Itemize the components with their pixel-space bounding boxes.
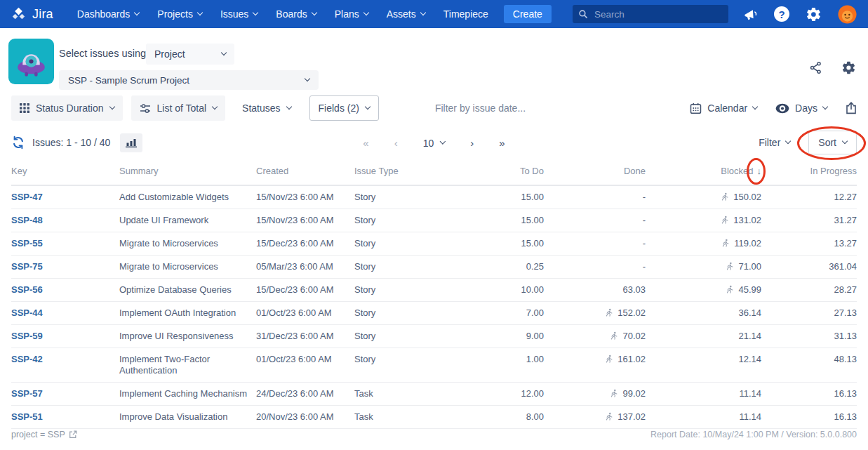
search-input[interactable] — [593, 8, 723, 20]
refresh-button[interactable] — [11, 135, 25, 150]
issue-created-cell: 15/Nov/23 6:00 AM — [256, 185, 354, 209]
issue-done-cell: 70.02 — [544, 325, 646, 348]
issue-key-link[interactable]: SSP-55 — [11, 238, 43, 249]
export-icon[interactable] — [846, 102, 857, 114]
jira-home-link[interactable]: Jira — [10, 6, 53, 23]
issue-done-cell: - — [544, 209, 646, 232]
nav-menu-item[interactable]: Dashboards — [77, 8, 140, 20]
chevron-down-icon — [365, 104, 370, 110]
gear-icon[interactable] — [806, 6, 822, 22]
sort-button[interactable]: Sort — [808, 131, 857, 154]
issue-key-link[interactable]: SSP-51 — [11, 411, 43, 422]
nav-menu-item[interactable]: Assets — [387, 8, 425, 20]
share-icon[interactable] — [809, 61, 822, 74]
issue-in-progress-cell: 16.13 — [761, 406, 857, 429]
status-duration-button[interactable]: Status Duration — [11, 95, 123, 121]
eye-icon — [775, 103, 789, 114]
pagination-prev[interactable]: ‹ — [394, 137, 398, 149]
issue-todo-cell: 0.25 — [456, 256, 544, 279]
issue-date-filter[interactable]: Filter by issue date... — [435, 102, 526, 114]
issue-key-link[interactable]: SSP-44 — [11, 307, 43, 318]
chevron-down-icon — [197, 10, 203, 15]
days-label: Days — [795, 102, 817, 114]
nav-menu-item[interactable]: Timepiece — [443, 8, 488, 20]
issue-created-cell: 15/Dec/23 6:00 AM — [256, 279, 354, 302]
sliders-icon — [140, 103, 151, 114]
nav-item-label: Assets — [387, 8, 416, 20]
issue-type-cell: Story — [354, 209, 456, 232]
calendar-label: Calendar — [707, 102, 747, 114]
issue-source-select[interactable]: Project — [146, 44, 234, 65]
pagination: « ‹ 10 › » — [363, 137, 505, 149]
issue-key-link[interactable]: SSP-42 — [11, 354, 43, 364]
pagination-first[interactable]: « — [363, 137, 368, 149]
table-row: SSP-44 Implement OAuth Integration 01/Oc… — [11, 302, 857, 325]
page-footer: project = SSP Report Date: 10/May/24 1:0… — [11, 430, 857, 439]
issue-summary-cell: Implement Two-Factor Authentication — [119, 348, 256, 383]
nav-menu-item[interactable]: Boards — [276, 8, 316, 20]
issues-table-body: SSP-47 Add Customizable Widgets 15/Nov/2… — [11, 185, 857, 429]
issue-key-link[interactable]: SSP-48 — [11, 215, 43, 225]
project-select[interactable]: SSP - Sample Scrum Project — [59, 70, 319, 90]
issue-todo-cell: 12.00 — [456, 383, 544, 406]
issue-blocked-cell: 131.02 — [646, 209, 761, 232]
fields-dropdown[interactable]: Fields (2) — [309, 95, 379, 121]
gadget-ufo-icon — [8, 39, 54, 84]
issue-key-link[interactable]: SSP-56 — [11, 284, 43, 295]
select-issues-label: Select issues using — [59, 48, 146, 59]
runner-icon — [725, 262, 734, 271]
issue-summary-cell: Migrate to Microservices — [119, 232, 256, 256]
issue-key-link[interactable]: SSP-47 — [11, 192, 43, 202]
list-of-total-button[interactable]: List of Total — [131, 95, 226, 121]
chart-view-button[interactable] — [120, 133, 142, 152]
fields-label: Fields (2) — [319, 102, 359, 114]
issues-bar: Issues: 1 - 10 / 40 « ‹ 10 › » Filter So — [0, 126, 868, 159]
issue-key-link[interactable]: SSP-59 — [11, 331, 43, 341]
filter-dropdown[interactable]: Filter — [759, 137, 790, 148]
table-row: SSP-75 Migrate to Microservices 05/Mar/2… — [11, 256, 857, 279]
nav-menu-item[interactable]: Plans — [335, 8, 368, 20]
nav-item-label: Boards — [276, 8, 307, 20]
search-icon — [578, 9, 588, 19]
issue-done-cell: 137.02 — [544, 406, 646, 429]
nav-menu-item[interactable]: Projects — [157, 8, 202, 20]
pagination-next[interactable]: › — [470, 137, 474, 149]
column-header-issue-type[interactable]: Issue Type — [354, 160, 456, 185]
issue-todo-cell: 15.00 — [456, 185, 544, 209]
user-avatar[interactable] — [838, 5, 857, 24]
column-header-blocked[interactable]: Blocked↓ — [646, 160, 761, 185]
issue-blocked-cell: 36.14 — [646, 302, 761, 325]
pagination-last[interactable]: » — [499, 137, 505, 149]
sort-direction-arrow-icon[interactable]: ↓ — [757, 166, 762, 176]
issue-key-link[interactable]: SSP-57 — [11, 388, 43, 399]
table-row: SSP-47 Add Customizable Widgets 15/Nov/2… — [11, 185, 857, 209]
column-header-key[interactable]: Key — [11, 160, 119, 185]
issue-todo-cell: 1.00 — [456, 348, 544, 383]
nav-item-label: Plans — [335, 8, 359, 20]
help-icon[interactable]: ? — [774, 6, 789, 22]
issue-key-link[interactable]: SSP-75 — [11, 261, 43, 272]
external-link-icon[interactable] — [69, 430, 77, 439]
runner-icon — [720, 192, 729, 201]
report-settings-gear-icon[interactable] — [841, 60, 856, 75]
chevron-down-icon — [212, 104, 218, 110]
column-header-done[interactable]: Done — [544, 160, 646, 185]
nav-item-label: Dashboards — [77, 8, 131, 20]
issue-todo-cell: 8.00 — [456, 406, 544, 429]
create-button[interactable]: Create — [504, 5, 552, 23]
column-header-todo[interactable]: To Do — [456, 160, 544, 185]
header-actions — [809, 60, 856, 75]
announcement-icon[interactable] — [742, 7, 758, 21]
status-duration-label: Status Duration — [36, 102, 104, 114]
calendar-dropdown[interactable]: Calendar — [690, 102, 757, 114]
list-of-total-label: List of Total — [157, 102, 207, 114]
page-size-select[interactable]: 10 — [423, 137, 446, 148]
statuses-dropdown[interactable]: Statuses — [234, 95, 299, 121]
issue-type-cell: Story — [354, 185, 456, 209]
column-header-summary[interactable]: Summary — [119, 160, 256, 185]
column-header-in-progress[interactable]: In Progress — [761, 160, 857, 185]
days-unit-dropdown[interactable]: Days — [775, 102, 827, 114]
search-box[interactable] — [573, 5, 728, 23]
nav-menu-item[interactable]: Issues — [220, 8, 258, 20]
column-header-created[interactable]: Created — [256, 160, 354, 185]
